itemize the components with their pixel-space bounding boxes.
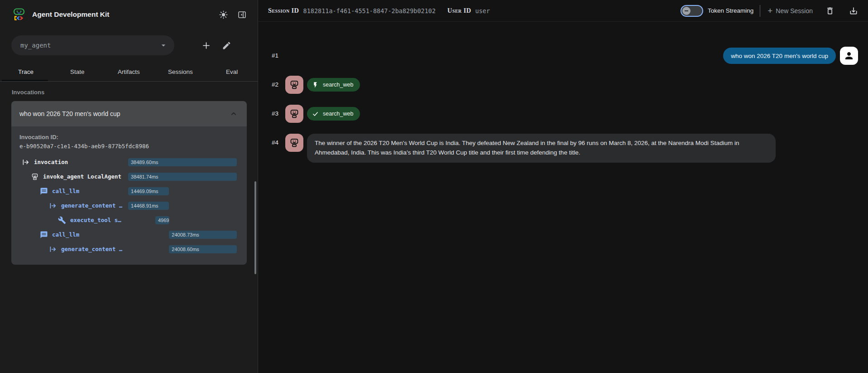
agent-select-dropdown[interactable]: my_agent bbox=[11, 35, 174, 55]
invocations-section-title: Invocations bbox=[0, 82, 258, 101]
session-id-value: 8182811a-f461-4551-8847-2ba829b02102 bbox=[303, 7, 436, 15]
function-call-chip[interactable]: search_web bbox=[307, 107, 360, 121]
user-avatar bbox=[840, 47, 858, 65]
start-arrow-icon bbox=[22, 158, 30, 166]
trace-span-row[interactable]: generate_content …14468.91ms bbox=[11, 199, 247, 213]
sidebar-toolbar: Agent Development Kit bbox=[0, 0, 258, 29]
tab-eval[interactable]: Eval bbox=[206, 63, 258, 81]
chip-label: search_web bbox=[323, 111, 353, 117]
bolt-icon bbox=[312, 82, 319, 88]
function-call-chip[interactable]: search_web bbox=[307, 78, 360, 92]
collapse-panel-button[interactable] bbox=[235, 8, 249, 21]
trace-span-label: generate_content … bbox=[61, 246, 122, 252]
message-row: #4The winner of the 2026 T20 Men's World… bbox=[272, 134, 858, 163]
main-panel: Session ID 8182811a-f461-4551-8847-2ba82… bbox=[259, 0, 868, 373]
bot-avatar bbox=[285, 134, 303, 152]
sun-icon bbox=[219, 10, 228, 19]
trace-span-label: call_llm bbox=[52, 231, 79, 238]
chat-icon bbox=[40, 187, 48, 195]
invocation-id-value: e-b90520a7-c1e1-434b-aeb9-877b5fdc8986 bbox=[11, 140, 247, 150]
session-topbar: Session ID 8182811a-f461-4551-8847-2ba82… bbox=[259, 0, 868, 22]
token-streaming-toggle[interactable] bbox=[681, 5, 703, 17]
robot-icon bbox=[289, 137, 300, 148]
trace-span-row[interactable]: invocation38489.60ms bbox=[11, 155, 247, 170]
trace-span-label: invocation bbox=[34, 159, 68, 165]
user-id-value: user bbox=[475, 7, 490, 15]
tab-trace[interactable]: Trace bbox=[0, 63, 52, 81]
trace-span-bar: 24008.73ms bbox=[169, 231, 237, 239]
theme-toggle-button[interactable] bbox=[217, 8, 230, 21]
start-arrow-icon bbox=[49, 245, 57, 253]
toggle-knob bbox=[682, 7, 691, 15]
agent-row: my_agent bbox=[0, 29, 258, 60]
chevron-up-icon bbox=[230, 110, 238, 118]
check-icon bbox=[312, 111, 319, 117]
wrench-icon bbox=[58, 216, 66, 224]
invocation-question: who won 2026 T20 men's world cup bbox=[19, 110, 230, 117]
trace-span-label: call_llm bbox=[52, 188, 79, 194]
message-row: #1who won 2026 T20 men's world cup bbox=[272, 47, 858, 65]
tab-state[interactable]: State bbox=[52, 63, 103, 81]
user-message-bubble: who won 2026 T20 men's world cup bbox=[723, 48, 836, 64]
trace-tree: invocation38489.60msinvoke_agent LocalAg… bbox=[11, 155, 247, 257]
delete-session-button[interactable] bbox=[824, 5, 836, 17]
chevron-down-icon bbox=[159, 41, 168, 50]
sidebar: Agent Development Kit my_agent bbox=[0, 0, 258, 373]
person-icon bbox=[844, 50, 854, 61]
trace-span-bar: 38481.74ms bbox=[128, 173, 237, 181]
export-session-button[interactable] bbox=[847, 5, 860, 17]
trace-span-row[interactable]: call_llm24008.73ms bbox=[11, 228, 247, 242]
panel-collapse-icon bbox=[237, 10, 247, 19]
trace-span-row[interactable]: invoke_agent LocalAgent38481.74ms bbox=[11, 170, 247, 184]
minus-icon bbox=[685, 10, 688, 11]
app-title: Agent Development Kit bbox=[32, 10, 211, 19]
trash-icon bbox=[825, 6, 834, 15]
agent-select-value: my_agent bbox=[20, 42, 159, 49]
new-session-button[interactable]: + New Session bbox=[767, 6, 813, 15]
trace-span-label: generate_content … bbox=[61, 202, 122, 209]
invocation-accordion-header[interactable]: who won 2026 T20 men's world cup bbox=[11, 101, 247, 126]
topbar-divider bbox=[760, 5, 760, 17]
tab-sessions[interactable]: Sessions bbox=[154, 63, 206, 81]
bot-message-bubble: The winner of the 2026 T20 Men's World C… bbox=[307, 134, 776, 163]
trace-span-bar: 4969.7 bbox=[155, 216, 169, 224]
trace-span-bar: 14468.91ms bbox=[128, 202, 169, 210]
trace-span-label: invoke_agent LocalAgent bbox=[43, 173, 121, 180]
tab-artifacts[interactable]: Artifacts bbox=[103, 63, 155, 81]
token-streaming-label: Token Streaming bbox=[708, 7, 753, 14]
download-icon bbox=[849, 6, 858, 15]
sidebar-tabs: TraceStateArtifactsSessionsEval bbox=[0, 63, 258, 82]
bot-avatar bbox=[285, 76, 303, 94]
trace-span-row[interactable]: generate_content …24008.60ms bbox=[11, 242, 247, 257]
sidebar-scrollbar-thumb[interactable] bbox=[254, 181, 256, 274]
chip-label: search_web bbox=[323, 82, 353, 88]
pencil-icon bbox=[222, 41, 231, 50]
message-row: #3search_web bbox=[272, 105, 858, 123]
robot-icon bbox=[289, 108, 300, 119]
bot-avatar bbox=[285, 105, 303, 123]
message-index: #1 bbox=[272, 47, 283, 65]
message-index: #2 bbox=[272, 76, 283, 94]
start-arrow-icon bbox=[49, 202, 57, 210]
adk-app: Agent Development Kit my_agent bbox=[0, 0, 868, 373]
user-id-label: User ID bbox=[447, 7, 471, 15]
adk-logo-icon bbox=[12, 8, 26, 21]
add-session-button[interactable] bbox=[200, 39, 213, 52]
trace-span-bar: 14469.09ms bbox=[128, 187, 169, 195]
trace-span-bar: 24008.60ms bbox=[169, 245, 237, 253]
trace-span-row[interactable]: call_llm14469.09ms bbox=[11, 184, 247, 199]
trace-span-row[interactable]: execute_tool s…4969.7 bbox=[11, 213, 247, 228]
invocation-body: Invocation ID: e-b90520a7-c1e1-434b-aeb9… bbox=[11, 126, 247, 265]
chat-area: #1who won 2026 T20 men's world cup#2sear… bbox=[259, 22, 868, 163]
message-row: #2search_web bbox=[272, 76, 858, 94]
message-index: #3 bbox=[272, 105, 283, 123]
session-id-label: Session ID bbox=[268, 7, 299, 15]
trace-span-label: execute_tool s… bbox=[70, 217, 121, 223]
message-index: #4 bbox=[272, 134, 283, 152]
invocation-card: who won 2026 T20 men's world cup Invocat… bbox=[11, 101, 247, 265]
chat-icon bbox=[40, 231, 48, 239]
robot-icon bbox=[31, 173, 39, 181]
plus-icon bbox=[201, 41, 211, 50]
edit-agent-button[interactable] bbox=[220, 39, 233, 52]
plus-icon: + bbox=[767, 6, 772, 15]
